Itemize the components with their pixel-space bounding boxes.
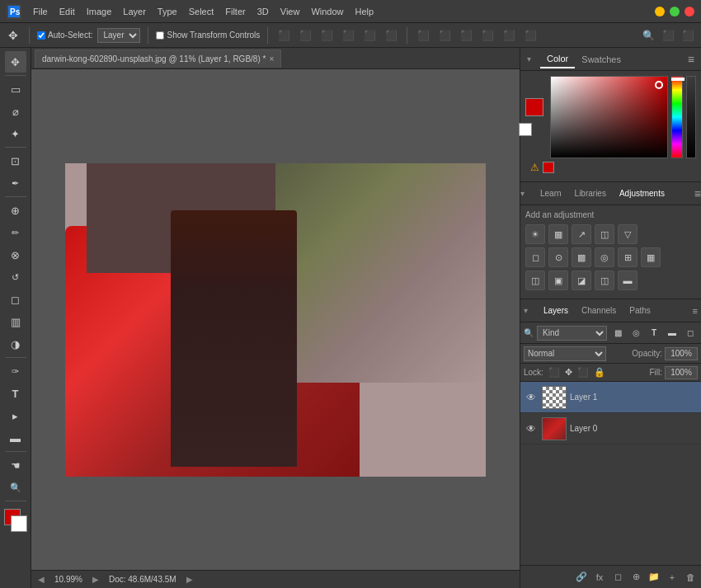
heal-tool[interactable]: ⊕: [5, 200, 26, 221]
lock-pixels-btn[interactable]: ⬛: [548, 367, 560, 378]
layers-tab[interactable]: Layers: [537, 303, 575, 318]
color-tab[interactable]: Color: [540, 50, 575, 68]
layers-panel-menu[interactable]: ≡: [693, 306, 698, 316]
color-panel-menu[interactable]: ≡: [688, 53, 694, 66]
levels-btn[interactable]: ▦: [548, 224, 568, 244]
layers-panel-collapse[interactable]: ▾: [524, 306, 534, 315]
lock-artboards-btn[interactable]: ⬛: [577, 367, 589, 378]
delete-layer-btn[interactable]: 🗑: [683, 570, 698, 585]
alpha-bar[interactable]: [686, 76, 696, 158]
fx-btn[interactable]: fx: [592, 570, 607, 585]
align-center-h-btn[interactable]: ⬛: [297, 27, 313, 44]
align-top-btn[interactable]: ⬛: [340, 27, 356, 44]
layer-0-visibility[interactable]: 👁: [524, 421, 539, 436]
crop-tool[interactable]: ⊡: [5, 150, 26, 172]
vibrance-btn[interactable]: ▽: [618, 224, 637, 244]
link-layers-btn[interactable]: 🔗: [574, 570, 589, 585]
hue-bar[interactable]: [671, 76, 683, 158]
color-saturation-box[interactable]: [550, 76, 668, 158]
share-btn[interactable]: ⬛: [680, 27, 696, 44]
posterize-btn[interactable]: ▣: [548, 270, 568, 290]
workspace-btn[interactable]: ⬛: [660, 27, 676, 44]
dist-center-v-btn[interactable]: ⬛: [501, 27, 517, 44]
menu-3d[interactable]: 3D: [257, 7, 269, 16]
path-select-tool[interactable]: ▸: [5, 405, 26, 426]
layer-item-0[interactable]: 👁 Layer 0: [520, 413, 701, 445]
eraser-tool[interactable]: ◻: [5, 289, 26, 310]
clone-tool[interactable]: ⊗: [5, 244, 26, 266]
auto-select-type-select[interactable]: Layer: [97, 28, 140, 43]
exposure-btn[interactable]: ◫: [595, 224, 614, 244]
curves-btn[interactable]: ↗: [572, 224, 591, 244]
type-tool[interactable]: T: [5, 383, 26, 404]
new-layer-btn[interactable]: +: [665, 570, 680, 585]
dist-top-btn[interactable]: ⬛: [479, 27, 496, 44]
dist-bottom-btn[interactable]: ⬛: [522, 27, 539, 44]
lock-position-btn[interactable]: ✥: [565, 367, 572, 378]
invert-btn[interactable]: ◫: [525, 270, 545, 290]
lock-all-btn[interactable]: 🔒: [594, 367, 605, 378]
menu-window[interactable]: Window: [311, 7, 343, 16]
adjustments-tab[interactable]: Adjustments: [613, 186, 671, 201]
filter-pixel-btn[interactable]: ▩: [610, 326, 625, 341]
document-tab-close[interactable]: ×: [269, 54, 274, 64]
swatches-tab[interactable]: Swatches: [575, 51, 628, 68]
paths-tab[interactable]: Paths: [623, 303, 657, 318]
shape-tool[interactable]: ▬: [5, 427, 26, 449]
align-right-btn[interactable]: ⬛: [318, 27, 335, 44]
adjustments-panel-collapse[interactable]: ▾: [520, 189, 530, 198]
mask-btn[interactable]: ◻: [610, 570, 625, 585]
gradient-tool[interactable]: ▥: [5, 311, 26, 332]
menu-filter[interactable]: Filter: [225, 7, 245, 16]
doc-arrow[interactable]: ▶: [186, 575, 193, 584]
blend-mode-select[interactable]: Normal: [524, 346, 606, 361]
show-transform-checkbox[interactable]: [156, 31, 164, 40]
layer-1-visibility[interactable]: 👁: [524, 390, 539, 405]
brightness-contrast-btn[interactable]: ☀: [525, 224, 545, 244]
menu-view[interactable]: View: [280, 7, 300, 16]
gamut-swatch[interactable]: [543, 162, 554, 173]
filter-adjust-btn[interactable]: ◎: [628, 326, 643, 341]
canvas-viewport[interactable]: [31, 69, 520, 570]
color-lookup-btn[interactable]: ▦: [641, 247, 661, 267]
color-cursor[interactable]: [655, 81, 663, 89]
fill-value[interactable]: 100%: [665, 366, 698, 379]
pen-tool[interactable]: ✑: [5, 360, 26, 382]
selective-color-btn[interactable]: ▬: [618, 270, 637, 290]
filter-kind-select[interactable]: Kind: [537, 326, 607, 341]
libraries-tab[interactable]: Libraries: [568, 186, 613, 201]
adjustments-panel-menu[interactable]: ≡: [694, 187, 701, 200]
channel-mixer-btn[interactable]: ⊞: [618, 247, 637, 267]
zoom-tool[interactable]: 🔍: [5, 477, 26, 498]
photo-filter-btn[interactable]: ◎: [595, 247, 614, 267]
filter-shape-btn[interactable]: ▬: [665, 326, 680, 341]
prev-arrow[interactable]: ◀: [38, 575, 45, 584]
hand-tool[interactable]: ☚: [5, 454, 26, 476]
menu-help[interactable]: Help: [355, 7, 374, 16]
eyedropper-tool[interactable]: ✒: [5, 172, 26, 194]
layer-item-1[interactable]: 👁 Layer 1: [520, 382, 701, 413]
history-brush-tool[interactable]: ↺: [5, 266, 26, 288]
minimize-btn[interactable]: [655, 7, 665, 16]
align-bottom-btn[interactable]: ⬛: [383, 27, 399, 44]
document-tab[interactable]: darwin-kong-602890-unsplash.jpg @ 11% (L…: [35, 49, 281, 68]
opacity-value[interactable]: 100%: [665, 347, 698, 360]
filter-smart-btn[interactable]: ◻: [683, 326, 698, 341]
color-panel-collapse[interactable]: ▾: [527, 54, 537, 64]
dist-right-btn[interactable]: ⬛: [458, 27, 474, 44]
move-tool-btn[interactable]: ✥: [5, 27, 21, 44]
learn-tab[interactable]: Learn: [534, 186, 568, 201]
hsl-btn[interactable]: ◻: [525, 247, 545, 267]
marquee-tool[interactable]: ▭: [5, 78, 26, 100]
dist-center-h-btn[interactable]: ⬛: [436, 27, 453, 44]
move-tool[interactable]: ✥: [5, 51, 26, 73]
close-btn[interactable]: [685, 7, 694, 16]
adjustment-layer-btn[interactable]: ⊕: [628, 570, 643, 585]
gradient-map-btn[interactable]: ◫: [595, 270, 614, 290]
auto-select-checkbox[interactable]: [37, 31, 45, 40]
next-arrow[interactable]: ▶: [92, 575, 99, 584]
magic-wand-tool[interactable]: ✦: [5, 123, 26, 144]
menu-image[interactable]: Image: [87, 7, 112, 16]
threshold-btn[interactable]: ◪: [572, 270, 591, 290]
dodge-tool[interactable]: ◑: [5, 333, 26, 355]
